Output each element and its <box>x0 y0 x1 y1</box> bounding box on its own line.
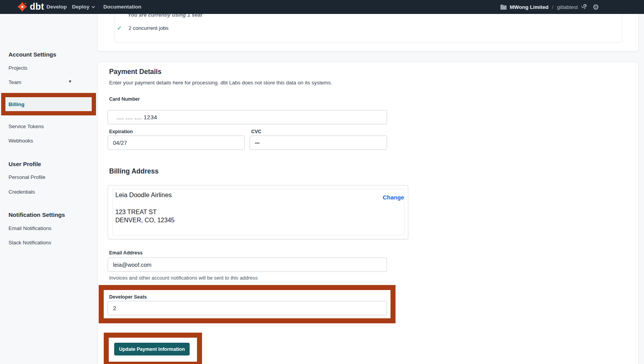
sidebar-item-team[interactable]: Team <box>9 79 21 85</box>
change-address-link[interactable]: Change <box>383 194 404 201</box>
expiration-input[interactable] <box>108 136 245 150</box>
email-address-label: Email Address <box>109 250 142 256</box>
payment-details-description: Enter your payment details here for proc… <box>109 80 332 86</box>
chevron-down-icon[interactable] <box>91 6 95 8</box>
folder-icon <box>500 5 507 10</box>
chevron-down-icon[interactable]: ▾ <box>69 79 71 84</box>
check-icon: ✓ <box>117 24 122 32</box>
gear-icon: ⚙ <box>593 3 599 12</box>
settings-sidebar: Account Settings Projects Team ▾ Users S… <box>0 14 92 364</box>
card-number-label: Card Number <box>109 96 140 102</box>
nav-develop[interactable]: Develop <box>46 0 67 14</box>
email-address-input[interactable] <box>108 258 387 272</box>
developer-seats-label: Developer Seats <box>109 294 147 300</box>
sidebar-section-account-settings: Account Settings <box>9 51 56 58</box>
help-button[interactable]: ? <box>583 0 587 14</box>
sidebar-item-service-tokens[interactable]: Service Tokens <box>9 124 44 129</box>
sidebar-section-user-profile: User Profile <box>9 161 41 167</box>
nav-documentation[interactable]: Documentation <box>103 0 141 14</box>
cvc-input[interactable] <box>250 136 387 150</box>
sidebar-item-projects[interactable]: Projects <box>9 65 27 71</box>
dbt-logo-icon <box>17 2 27 12</box>
billing-address-company: Leia Doodle Airlines <box>115 191 172 199</box>
card-number-input[interactable] <box>108 110 387 124</box>
account-name: MWong Limited <box>510 4 548 10</box>
sidebar-item-billing-label: Billing <box>9 101 24 107</box>
sidebar-item-personal-profile[interactable]: Personal Profile <box>9 174 45 180</box>
top-navigation-bar: dbt Develop Deploy Documentation MWong L… <box>0 0 644 14</box>
project-name: gitlabtest <box>557 4 578 10</box>
settings-button[interactable]: ⚙ <box>593 0 599 14</box>
payment-details-title: Payment Details <box>109 68 161 76</box>
developer-seats-input[interactable] <box>108 301 387 315</box>
sidebar-item-credentials[interactable]: Credentials <box>9 189 35 195</box>
billing-address-title: Billing Address <box>109 167 159 175</box>
sidebar-item-email-notifications[interactable]: Email Notifications <box>9 225 51 231</box>
expiration-label: Expiration <box>109 129 133 134</box>
concurrent-jobs-text: 2 concurrent jobs <box>128 25 169 31</box>
update-payment-button[interactable]: Update Payment Information <box>114 343 190 355</box>
nav-deploy[interactable]: Deploy <box>72 0 89 14</box>
help-icon: ? <box>583 3 587 11</box>
billing-address-line2: DENVER, CO, 12345 <box>115 217 175 224</box>
dbt-logo[interactable]: dbt <box>17 2 44 12</box>
sidebar-section-notification-settings: Notification Settings <box>9 211 65 218</box>
dbt-logo-text: dbt <box>30 2 44 12</box>
breadcrumb-separator: / <box>552 4 553 10</box>
dbt-cloud-billing-page: You are currently using 1 seat ✓ 2 concu… <box>0 0 644 364</box>
sidebar-item-billing[interactable]: Billing <box>5 97 92 111</box>
cvc-label: CVC <box>251 129 261 134</box>
sidebar-item-slack-notifications[interactable]: Slack Notifications <box>9 240 51 246</box>
billing-address-line1: 123 TREAT ST <box>115 209 157 216</box>
sidebar-item-webhooks[interactable]: Webhooks <box>9 138 33 144</box>
account-switcher[interactable]: MWong Limited / gitlabtest <box>500 0 585 14</box>
email-helper-text: Invoices and other account notifications… <box>109 275 258 281</box>
